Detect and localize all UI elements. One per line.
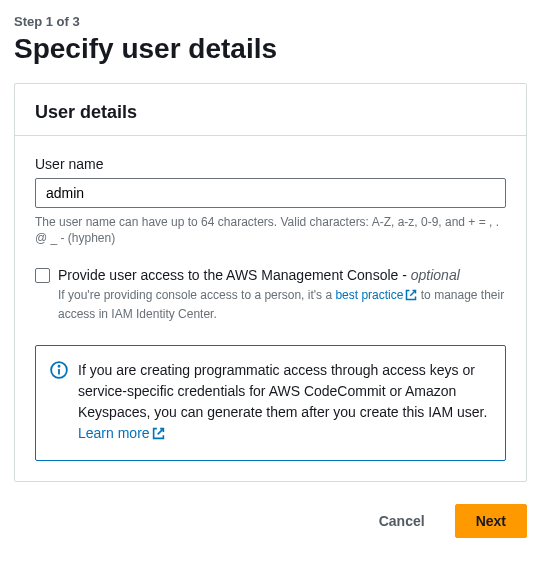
info-alert: If you are creating programmatic access … [35,345,506,461]
info-text-body: If you are creating programmatic access … [78,362,487,420]
console-help-pre: If you're providing console access to a … [58,288,335,302]
console-access-label-pre: Provide user access to the AWS Managemen… [58,267,411,283]
cancel-button[interactable]: Cancel [359,504,445,538]
console-access-help: If you're providing console access to a … [58,287,506,323]
panel-body: User name The user name can have up to 6… [15,136,526,481]
console-access-content: Provide user access to the AWS Managemen… [58,266,506,323]
info-text: If you are creating programmatic access … [78,360,491,446]
best-practice-link[interactable]: best practice [335,288,417,302]
console-access-label: Provide user access to the AWS Managemen… [58,267,460,283]
footer: Cancel Next [14,504,527,538]
best-practice-link-text: best practice [335,288,403,302]
console-access-checkbox[interactable] [35,268,50,283]
step-indicator: Step 1 of 3 [14,14,527,29]
external-link-icon [405,289,417,306]
info-icon [50,361,68,383]
optional-text: optional [411,267,460,283]
username-help-text: The user name can have up to 64 characte… [35,214,506,246]
page-title: Specify user details [14,33,527,65]
username-input[interactable] [35,178,506,208]
console-access-row: Provide user access to the AWS Managemen… [35,266,506,323]
user-details-panel: User details User name The user name can… [14,83,527,482]
external-link-icon [152,425,165,446]
learn-more-link-text: Learn more [78,425,150,441]
username-label: User name [35,156,506,172]
next-button[interactable]: Next [455,504,527,538]
panel-header: User details [15,84,526,136]
svg-point-1 [58,366,59,367]
learn-more-link[interactable]: Learn more [78,425,165,441]
